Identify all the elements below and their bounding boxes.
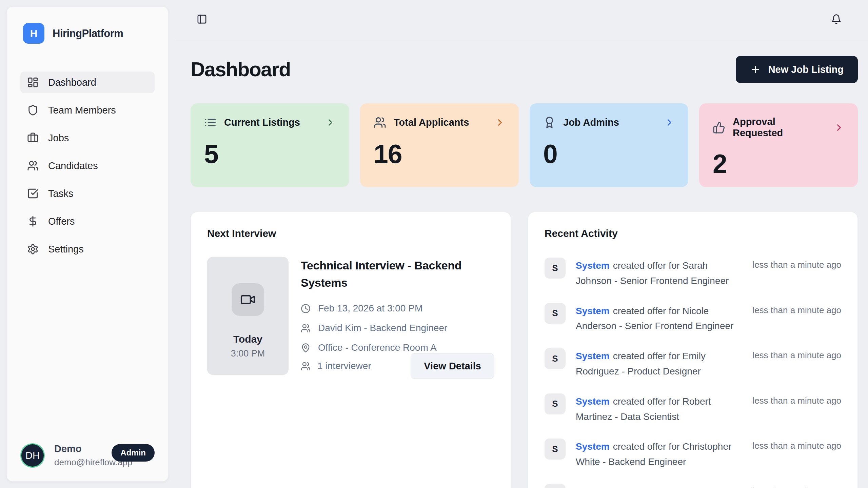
sidebar-item-label: Dashboard [48, 77, 96, 88]
stats-row: Current Listings 5 Total Applicants 16 J… [191, 103, 858, 187]
interview-datetime-row: Feb 13, 2026 at 3:00 PM [301, 303, 494, 314]
activity-avatar: S [545, 303, 566, 324]
view-details-button[interactable]: View Details [411, 353, 494, 379]
sidebar-item-candidates[interactable]: Candidates [20, 155, 155, 177]
user-menu[interactable]: DH Demo demo@hireflow.app Admin [20, 443, 155, 468]
activity-item: S Systemcreated offer for Nicole Anderso… [545, 303, 841, 334]
interview-title: Technical Interview - Backend Systems [301, 257, 494, 291]
shield-icon [27, 104, 39, 116]
sidebar-item-label: Jobs [48, 133, 69, 144]
stat-label: Total Applicants [394, 117, 469, 128]
activity-actor-link[interactable]: System [576, 441, 610, 452]
interviewer-count: 1 interviewer [301, 361, 371, 371]
chevron-right-icon [834, 122, 844, 133]
sidebar-item-offers[interactable]: Offers [20, 210, 155, 232]
stat-card-current-listings[interactable]: Current Listings 5 [191, 103, 349, 187]
app-logo: H [23, 23, 44, 44]
sidebar-item-team-members[interactable]: Team Members [20, 99, 155, 121]
interview-time: 3:00 PM [231, 348, 265, 359]
activity-timestamp: less than a minute ago [752, 393, 841, 425]
activity-actor-link[interactable]: System [576, 487, 610, 488]
chevron-right-icon [495, 117, 505, 128]
avatar: DH [20, 443, 45, 468]
sidebar-item-settings[interactable]: Settings [20, 238, 155, 260]
activity-actor-link[interactable]: System [576, 306, 610, 316]
interview-candidate-row: David Kim - Backend Engineer [301, 323, 494, 333]
activity-item: S Systemcreated offer for Emily Rodrigue… [545, 348, 841, 379]
stat-card-total-applicants[interactable]: Total Applicants 16 [360, 103, 519, 187]
stat-card-approval-requested[interactable]: Approval Requested 2 [699, 103, 858, 187]
user-name: Demo [54, 443, 102, 454]
recent-activity-title: Recent Activity [545, 228, 841, 239]
content: Dashboard New Job Listing Current Listin… [174, 38, 868, 488]
sidebar-toggle-button[interactable] [194, 12, 209, 26]
sidebar-item-jobs[interactable]: Jobs [20, 127, 155, 149]
activity-item: S Systemcreated offer for Christopher Wh… [545, 439, 841, 470]
notifications-button[interactable] [829, 12, 844, 26]
users-icon [374, 116, 386, 129]
sidebar-item-tasks[interactable]: Tasks [20, 183, 155, 204]
brand: H HiringPlatform [23, 23, 155, 44]
stat-label: Approval Requested [733, 116, 826, 139]
activity-timestamp: less than a minute ago [752, 303, 841, 334]
gear-icon [27, 243, 39, 255]
activity-avatar: S [545, 484, 566, 488]
stat-value: 16 [374, 139, 505, 169]
chevron-right-icon [664, 117, 675, 128]
stat-value: 0 [543, 139, 675, 169]
activity-avatar: S [545, 348, 566, 369]
activity-actor-link[interactable]: System [576, 351, 610, 361]
role-badge: Admin [112, 444, 155, 462]
activity-item: S Systemcreated offer for Robert Martine… [545, 393, 841, 425]
activity-actor-link[interactable]: System [576, 260, 610, 271]
sidebar-item-label: Offers [48, 216, 75, 227]
activity-item: S Systemcreated offer for Kevin Patel - … [545, 484, 841, 488]
main-area: Dashboard New Job Listing Current Listin… [174, 0, 868, 488]
list-icon [204, 116, 217, 129]
stat-value: 5 [204, 139, 336, 169]
stat-card-job-admins[interactable]: Job Admins 0 [530, 103, 688, 187]
sidebar-item-dashboard[interactable]: Dashboard [20, 72, 155, 93]
app-name: HiringPlatform [53, 27, 123, 40]
sidebar-item-label: Tasks [48, 188, 73, 199]
recent-activity-panel: Recent Activity S Systemcreated offer fo… [528, 212, 858, 488]
new-job-listing-button[interactable]: New Job Listing [736, 56, 858, 83]
interview-date-tile: Today 3:00 PM [207, 257, 289, 375]
award-icon [543, 116, 556, 129]
stat-label: Current Listings [224, 117, 300, 128]
clock-icon [301, 304, 311, 313]
interview-location-row: Office - Conference Room A [301, 342, 494, 353]
chevron-right-icon [325, 117, 336, 128]
next-interview-panel: Next Interview Today 3:00 PM Technical I… [191, 212, 511, 488]
activity-list: S Systemcreated offer for Sarah Johnson … [545, 258, 841, 488]
activity-actor-link[interactable]: System [576, 396, 610, 407]
briefcase-icon [27, 132, 39, 144]
sidebar-item-label: Team Members [48, 105, 116, 116]
thumbs-up-icon [713, 121, 725, 134]
activity-item: S Systemcreated offer for Sarah Johnson … [545, 258, 841, 289]
task-check-icon [27, 188, 39, 199]
sidebar-nav: Dashboard Team Members Jobs Candidates T… [20, 72, 155, 260]
bell-icon [831, 14, 842, 24]
dollar-icon [27, 216, 39, 227]
topbar [174, 0, 868, 38]
page-title: Dashboard [191, 58, 291, 81]
next-interview-title: Next Interview [207, 228, 494, 239]
sidebar-card: H HiringPlatform Dashboard Team Members … [6, 6, 169, 482]
activity-timestamp: less than a minute ago [752, 348, 841, 379]
dashboard-icon [27, 77, 39, 88]
activity-avatar: S [545, 393, 566, 414]
activity-timestamp: less than a minute ago [752, 439, 841, 470]
stat-label: Job Admins [563, 117, 619, 128]
user-email: demo@hireflow.app [54, 457, 102, 468]
sidebar-item-label: Settings [48, 244, 84, 255]
map-pin-icon [301, 343, 311, 353]
plus-icon [750, 64, 761, 75]
video-icon [232, 283, 264, 316]
users-icon [27, 160, 39, 171]
panel-left-icon [197, 14, 207, 24]
users-icon [301, 323, 311, 333]
sidebar-item-label: Candidates [48, 160, 98, 171]
interview-day: Today [233, 333, 262, 345]
activity-timestamp: less than a minute ago [752, 484, 841, 488]
